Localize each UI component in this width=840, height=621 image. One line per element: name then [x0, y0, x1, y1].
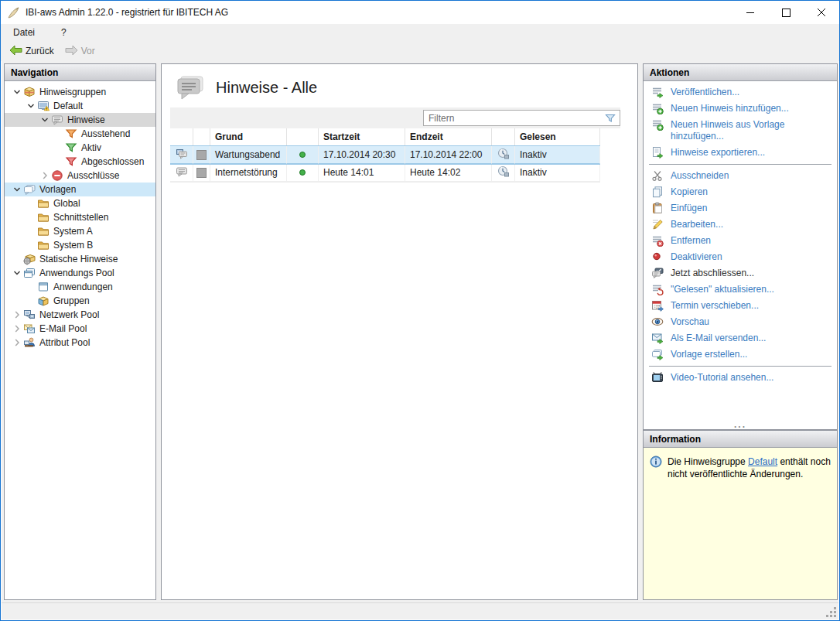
action-video-tutorial-ansehen[interactable]: Video-Tutorial ansehen...: [644, 370, 837, 386]
tree-item-gruppen[interactable]: Gruppen: [5, 294, 155, 308]
tree-item-hinweisgruppen[interactable]: Hinweisgruppen: [5, 85, 155, 99]
action-label: Vorschau: [671, 316, 709, 328]
action-deaktivieren[interactable]: Deaktivieren: [644, 249, 837, 265]
action-jetzt-abschliessen[interactable]: Jetzt abschliessen...: [644, 265, 837, 281]
column-header-blank[interactable]: [193, 128, 210, 146]
column-header-blank[interactable]: [492, 128, 515, 146]
chevron-right-icon[interactable]: [11, 309, 23, 321]
action-hinweise-exportieren[interactable]: Hinweise exportieren...: [644, 145, 837, 161]
chevron-right-icon[interactable]: [11, 336, 23, 349]
tree-item-schnittstellen[interactable]: Schnittstellen: [5, 210, 155, 224]
maximize-button[interactable]: [768, 1, 804, 24]
back-button[interactable]: Zurück: [5, 43, 58, 60]
close-button[interactable]: [804, 1, 839, 24]
reschedule-icon: 17: [651, 299, 664, 312]
forward-button[interactable]: Vor: [61, 43, 99, 60]
chevron-right-icon[interactable]: [11, 322, 23, 335]
action-label: Veröffentlichen...: [671, 87, 739, 98]
cut-icon: [651, 169, 664, 182]
tree-item-anwendungs-pool[interactable]: Anwendungs Pool: [5, 266, 155, 280]
tree-item-default[interactable]: Default: [5, 99, 155, 113]
table-cell: 17.10.2014 20:30: [319, 146, 405, 164]
chevron-spacer: [11, 253, 23, 265]
action-kopieren[interactable]: Kopieren: [644, 184, 837, 200]
chevron-right-icon[interactable]: [39, 169, 51, 182]
chevron-spacer: [25, 295, 37, 307]
chevron-spacer: [25, 225, 37, 237]
tree-item-label: Abgeschlossen: [81, 156, 149, 167]
action-vorlage-erstellen[interactable]: Vorlage erstellen...: [644, 346, 837, 363]
action-label: Jetzt abschliessen...: [671, 268, 754, 279]
templates-icon: [23, 183, 36, 196]
action-gelesen-aktualisieren[interactable]: "Gelesen" aktualisieren...: [644, 281, 837, 298]
tree-item-abgeschlossen[interactable]: Abgeschlossen: [5, 155, 155, 169]
action-label: Bearbeiten...: [671, 219, 723, 230]
chevron-down-icon[interactable]: [11, 183, 23, 196]
video-tutorial-icon: [651, 371, 664, 384]
action-neuen-hinweis-hinzufügen[interactable]: Neuen Hinweis hinzufügen...: [644, 101, 837, 117]
forward-label: Vor: [81, 46, 95, 56]
actions-header: Aktionen: [644, 64, 837, 81]
color-swatch: [196, 168, 207, 178]
actions-separator: [649, 366, 831, 367]
resize-grip[interactable]: [827, 608, 836, 617]
tree-item-aktiv[interactable]: Aktiv: [5, 141, 155, 155]
tree-item-system-a[interactable]: System A: [5, 224, 155, 238]
tree-item-attribut-pool[interactable]: Attribut Pool: [5, 336, 155, 350]
panel-splitter-handle[interactable]: ...: [644, 421, 837, 428]
column-header-blank[interactable]: [287, 128, 319, 146]
action-label: Ausschneiden: [671, 170, 729, 182]
title-bar[interactable]: IBI-aws Admin 1.22.0 - registriert für I…: [1, 1, 839, 24]
table-row-wartungsabend[interactable]: Wartungsabend17.10.2014 20:3017.10.2014 …: [170, 145, 600, 164]
tree-item-ausschl-sse[interactable]: Ausschlüsse: [5, 169, 155, 183]
action-entfernen[interactable]: Entfernen: [644, 233, 837, 249]
folder-icon: [37, 239, 50, 251]
action-termin-verschieben[interactable]: 17Termin verschieben...: [644, 298, 837, 314]
table-row-internetst-rung[interactable]: InternetstörungHeute 14:01Heute 14:02Ina…: [170, 164, 600, 182]
menu-item-datei[interactable]: Datei: [10, 26, 38, 39]
endzeit-value: Heute 14:02: [410, 167, 460, 178]
information-text: Die Hinweisgruppe Default enthält noch n…: [668, 456, 831, 599]
table-cell: Heute 14:01: [319, 164, 405, 182]
action-label: Vorlage erstellen...: [671, 349, 747, 360]
minimize-button[interactable]: [732, 1, 768, 24]
action-bearbeiten[interactable]: Bearbeiten...: [644, 217, 837, 233]
action-neuen-hinweis-aus-vorlage-hinzufügen[interactable]: Neuen Hinweis aus Vorlage hinzufügen...: [644, 117, 837, 145]
column-header-endzeit[interactable]: Endzeit: [405, 128, 492, 146]
tree-item-label: Ausstehend: [81, 128, 135, 139]
chevron-down-icon[interactable]: [11, 267, 23, 279]
chevron-down-icon[interactable]: [11, 86, 23, 98]
column-header-gelesen[interactable]: Gelesen: [515, 128, 600, 146]
tree-item-e-mail-pool[interactable]: E-Mail Pool: [5, 322, 155, 336]
navigation-panel: Navigation HinweisgruppenDefaultHinweise…: [4, 63, 156, 600]
action-ausschneiden[interactable]: Ausschneiden: [644, 168, 837, 184]
note-displayed-icon: [176, 148, 188, 162]
column-header-grund[interactable]: Grund: [210, 128, 287, 146]
remove-icon: [651, 234, 664, 247]
status-bar: [2, 602, 838, 619]
action-veröffentlichen[interactable]: Veröffentlichen...: [644, 84, 837, 101]
chevron-down-icon[interactable]: [25, 100, 37, 112]
tree-item-global[interactable]: Global: [5, 196, 155, 210]
tree-item-statische-hinweise[interactable]: Statische Hinweise: [5, 252, 155, 266]
tree-item-hinweise[interactable]: Hinweise: [5, 113, 155, 127]
back-arrow-icon: [9, 45, 22, 58]
actions-panel: Aktionen Veröffentlichen...Neuen Hinweis…: [643, 63, 838, 430]
filter-input[interactable]: [424, 113, 604, 124]
tree-item-anwendungen[interactable]: Anwendungen: [5, 280, 155, 294]
chevron-down-icon[interactable]: [39, 114, 51, 126]
tree-item-system-b[interactable]: System B: [5, 238, 155, 252]
action-einfügen[interactable]: Einfügen: [644, 200, 837, 217]
default-group-link[interactable]: Default: [748, 456, 777, 467]
column-header-blank[interactable]: [170, 128, 193, 146]
tree-item-vorlagen[interactable]: Vorlagen: [5, 183, 155, 196]
status-dot-icon: [299, 169, 306, 176]
action-als-e-mail-versenden[interactable]: Als E-Mail versenden...: [644, 330, 837, 346]
tree-item-ausstehend[interactable]: Ausstehend: [5, 127, 155, 141]
tree-item-netzwerk-pool[interactable]: Netzwerk Pool: [5, 308, 155, 322]
column-header-startzeit[interactable]: Startzeit: [319, 128, 405, 146]
information-body: Die Hinweisgruppe Default enthält noch n…: [644, 448, 837, 599]
action-vorschau[interactable]: Vorschau: [644, 314, 837, 330]
filter-funnel-icon[interactable]: [604, 112, 616, 125]
menu-item-help[interactable]: ?: [58, 26, 70, 39]
